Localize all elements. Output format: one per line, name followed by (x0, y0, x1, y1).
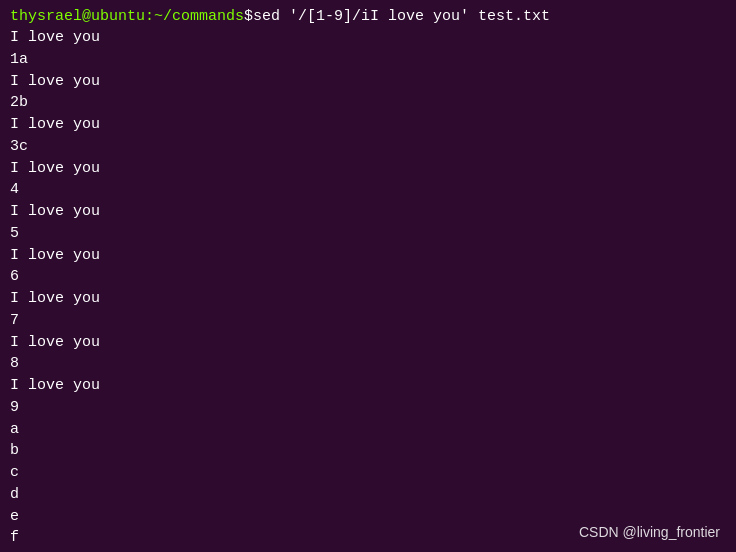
prompt-cmd: sed '/[1-9]/iI love you' test.txt (253, 8, 550, 25)
output-container: I love you1aI love you2bI love you3cI lo… (10, 27, 726, 549)
prompt-user: thysrael@ubuntu: (10, 8, 154, 25)
watermark: CSDN @living_frontier (579, 524, 720, 540)
output-line: d (10, 484, 726, 506)
output-line: b (10, 440, 726, 462)
output-line: 8 (10, 353, 726, 375)
output-line: 4 (10, 179, 726, 201)
output-line: I love you (10, 158, 726, 180)
output-line: 7 (10, 310, 726, 332)
output-line: 3c (10, 136, 726, 158)
output-line: I love you (10, 375, 726, 397)
prompt-dollar: $ (244, 8, 253, 25)
output-line: I love you (10, 288, 726, 310)
output-line: I love you (10, 201, 726, 223)
output-line: I love you (10, 245, 726, 267)
output-line: 2b (10, 92, 726, 114)
output-line: 1a (10, 49, 726, 71)
output-line: I love you (10, 332, 726, 354)
terminal-window: thysrael@ubuntu: ~/commands $ sed '/[1-9… (0, 0, 736, 552)
prompt-line: thysrael@ubuntu: ~/commands $ sed '/[1-9… (10, 8, 726, 25)
output-line: I love you (10, 71, 726, 93)
output-line: I love you (10, 114, 726, 136)
prompt-path: ~/commands (154, 8, 244, 25)
output-line: 6 (10, 266, 726, 288)
output-line: I love you (10, 27, 726, 49)
output-line: 9 (10, 397, 726, 419)
output-line: a (10, 419, 726, 441)
output-line: 5 (10, 223, 726, 245)
output-line: c (10, 462, 726, 484)
